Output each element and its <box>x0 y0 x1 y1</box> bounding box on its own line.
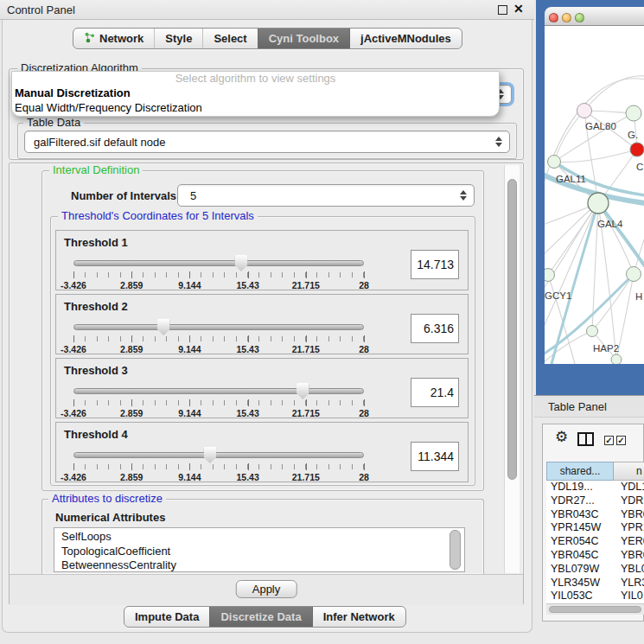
tick-major <box>306 271 307 278</box>
zoom-traffic-light-icon[interactable] <box>575 13 584 22</box>
split-columns-icon[interactable] <box>577 432 594 446</box>
attributes-group-label: Attributes to discretize <box>48 493 166 505</box>
table-hscrollbar[interactable] <box>546 603 644 615</box>
minimize-traffic-light-icon[interactable] <box>562 13 571 22</box>
column-header-shared-name[interactable]: shared... <box>546 462 614 481</box>
tab-style[interactable]: Style <box>154 29 202 48</box>
node-label-g: G. <box>628 130 638 140</box>
threshold-1-slider[interactable]: -3.4262.8599.14415.4321.71528 <box>73 255 364 290</box>
table-row[interactable]: YIL053CYIL0 <box>546 590 644 603</box>
node-g[interactable] <box>626 105 641 121</box>
threshold-row-2: Threshold 2 -3.4262.8599.14415.4321.7152… <box>55 294 469 354</box>
node-red-selected[interactable] <box>630 143 644 156</box>
checkbox-icon[interactable]: ✓ <box>604 436 614 445</box>
slider-thumb[interactable] <box>203 447 216 463</box>
attribute-list-item[interactable]: BetweennessCentrality <box>61 558 464 572</box>
table-row[interactable]: YDL19...YDL1 <box>546 481 644 494</box>
numerical-attributes-list[interactable]: SelfLoopsTopologicalCoefficientBetweenne… <box>54 527 465 572</box>
tick-label: 2.859 <box>120 408 143 418</box>
node-hap2[interactable] <box>587 326 598 337</box>
threshold-3-slider[interactable]: -3.4262.8599.14415.4321.71528 <box>73 383 364 418</box>
node-label-h: H <box>635 291 642 302</box>
tick-label: -3.426 <box>61 344 86 354</box>
settings-scrollbar-thumb[interactable] <box>507 179 517 480</box>
table-panel-titlebar: Table Panel <box>534 395 644 418</box>
attributes-list-scrollbar[interactable] <box>450 530 461 570</box>
slider-track[interactable] <box>73 452 364 458</box>
tick-label: -3.426 <box>61 280 86 290</box>
checkbox-icon[interactable]: ✓ <box>616 436 626 445</box>
slider-track[interactable] <box>73 260 364 266</box>
tick-label: 15.43 <box>236 408 258 418</box>
node-label-c: C <box>636 162 643 172</box>
tick-major <box>131 399 132 406</box>
cell-shared-name: YBL079W <box>551 563 599 575</box>
threshold-1-value-field[interactable]: 14.713 <box>411 250 459 279</box>
node-label-hap2: HAP2 <box>593 343 619 354</box>
apply-button[interactable]: Apply <box>236 580 297 598</box>
settings-scrollbar-track[interactable] <box>504 165 520 573</box>
cell-shared-name: YDR27... <box>551 494 595 507</box>
tab-jactivemnodules[interactable]: jActiveMNodules <box>349 29 462 48</box>
cell-name: YLR3 <box>621 577 644 589</box>
cell-name: YBR0 <box>621 508 644 520</box>
number-of-intervals-combobox[interactable]: 5 <box>177 184 475 207</box>
network-window-titlebar[interactable] <box>545 7 644 26</box>
tab-discretize-data[interactable]: Discretize Data <box>209 607 311 627</box>
cell-shared-name: YER054C <box>551 535 599 547</box>
table-row[interactable]: YER054CYER0 <box>546 535 644 549</box>
node-bottom[interactable] <box>611 354 622 364</box>
algorithm-option-equal-width[interactable]: Equal Width/Frequency Discretization <box>12 101 499 116</box>
table-data-label: Table Data <box>23 117 84 129</box>
table-row[interactable]: YPR145WYPR1 <box>546 521 644 535</box>
slider-thumb[interactable] <box>234 255 247 271</box>
tab-infer-network[interactable]: Infer Network <box>312 607 405 627</box>
node-gal11[interactable] <box>548 156 561 169</box>
float-window-icon[interactable] <box>498 5 507 15</box>
table-row[interactable]: YDR27...YDR2 <box>546 494 644 508</box>
node-gal4[interactable] <box>588 193 609 214</box>
table-row[interactable]: YLR345WYLR3 <box>546 577 644 590</box>
tick-label: 21.715 <box>292 408 320 418</box>
tab-cyni-toolbox-label: Cyni Toolbox <box>269 32 339 45</box>
threshold-2-label: Threshold 2 <box>64 300 128 313</box>
threshold-2-value-field[interactable]: 6.316 <box>411 314 459 343</box>
tab-impute-data[interactable]: Impute Data <box>124 607 209 627</box>
tab-cyni-toolbox[interactable]: Cyni Toolbox <box>258 29 349 48</box>
node-h[interactable] <box>627 267 641 282</box>
close-icon[interactable]: ✕ <box>513 2 524 16</box>
tab-select[interactable]: Select <box>202 29 257 48</box>
table-row[interactable]: YBR043CYBR0 <box>546 508 644 522</box>
algorithm-option-manual[interactable]: Manual Discretization <box>12 86 499 101</box>
tick-major <box>306 335 307 342</box>
slider-thumb[interactable] <box>296 383 309 399</box>
numerical-attributes-label: Numerical Attributes <box>55 511 165 524</box>
network-canvas[interactable]: GAL80 G. C GAL11 GAL4 GCY1 H HAP2 <box>545 26 644 364</box>
slider-track[interactable] <box>73 324 364 330</box>
tab-network[interactable]: Network <box>73 29 154 48</box>
threshold-2-slider[interactable]: -3.4262.8599.14415.4321.71528 <box>73 319 364 354</box>
table-hscrollbar-thumb[interactable] <box>549 606 641 613</box>
slider-thumb[interactable] <box>157 319 170 335</box>
table-row[interactable]: YBR045CYBR0 <box>546 549 644 563</box>
threshold-4-slider[interactable]: -3.4262.8599.14415.4321.71528 <box>73 447 364 481</box>
node-gal80[interactable] <box>577 104 592 118</box>
network-window[interactable]: GAL80 G. C GAL11 GAL4 GCY1 H HAP2 <box>536 0 644 395</box>
close-traffic-light-icon[interactable] <box>549 13 558 22</box>
table-data-combobox[interactable]: galFiltered.sif default node <box>24 131 510 153</box>
threshold-4-value-field[interactable]: 11.344 <box>411 442 459 471</box>
gear-icon[interactable]: ⚙ <box>555 430 568 444</box>
tick-label: 2.859 <box>120 472 143 482</box>
attribute-list-item[interactable]: SelfLoops <box>61 530 464 545</box>
slider-track[interactable] <box>73 388 364 394</box>
tab-jactivemnodules-label: jActiveMNodules <box>360 32 451 45</box>
node-gcy1[interactable] <box>545 269 555 282</box>
tick-major <box>189 335 190 342</box>
table-row[interactable]: YBL079WYBL0 <box>546 563 644 577</box>
column-header-name[interactable]: n <box>614 462 644 481</box>
attribute-list-item[interactable]: TopologicalCoefficient <box>61 545 464 559</box>
cell-shared-name: YLR345W <box>551 577 600 589</box>
bottom-tabbar: Impute Data Discretize Data Infer Networ… <box>124 606 406 628</box>
tick-major <box>189 463 190 470</box>
threshold-3-value-field[interactable]: 21.4 <box>411 378 459 407</box>
